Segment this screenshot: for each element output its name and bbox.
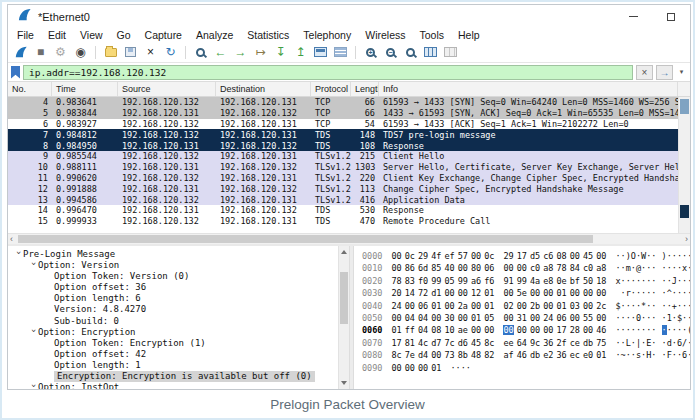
hex-row[interactable]: 007017814cd77cd6458cee649c362fcedb75··L·…: [362, 337, 690, 349]
detail-line[interactable]: ›Option: Encryption: [8, 327, 337, 338]
hex-row[interactable]: 001000866d85400080060000c0a87884c0a8··m·…: [362, 262, 690, 274]
hex-row[interactable]: 00207883f0990599a6f691994ae80ebf5018x···…: [362, 275, 690, 287]
packet-row-9[interactable]: 90.985544192.168.120.132192.168.120.131T…: [8, 151, 678, 162]
scrollbar-thumb[interactable]: [680, 99, 689, 114]
find-packet-icon[interactable]: [192, 44, 209, 60]
zoom-out-icon[interactable]: −: [382, 44, 399, 60]
filter-apply-button[interactable]: →: [656, 65, 673, 80]
menu-file[interactable]: File: [10, 29, 41, 41]
detail-line[interactable]: Version: 4.8.4270: [8, 304, 337, 315]
hex-row[interactable]: 006001ff040810ae00000000000017280046····…: [362, 324, 690, 336]
expander-icon[interactable]: ›: [28, 383, 39, 389]
restart-capture-icon[interactable]: ◉: [72, 44, 89, 60]
packet-list-horizontal-scrollbar[interactable]: ‹ ›: [8, 233, 690, 244]
column-header-time[interactable]: Time: [52, 82, 118, 96]
packet-row-13[interactable]: 130.994586192.168.120.132192.168.120.131…: [8, 194, 678, 205]
column-header-info[interactable]: Info: [379, 82, 678, 96]
packet-row-12[interactable]: 120.991888192.168.120.131192.168.120.132…: [8, 183, 678, 194]
open-file-icon[interactable]: [102, 44, 119, 60]
detail-line[interactable]: ›Option: InstOpt: [8, 382, 337, 389]
zoom-original-icon[interactable]: [402, 44, 419, 60]
capture-options-icon[interactable]: ⚙: [52, 44, 69, 60]
detail-line[interactable]: Encryption: Encryption is available but …: [8, 371, 337, 382]
reload-icon[interactable]: ↻: [162, 44, 179, 60]
detail-line[interactable]: Option offset: 36: [8, 282, 337, 293]
menu-analyze[interactable]: Analyze: [189, 29, 240, 41]
detail-line[interactable]: ›Option: Version: [8, 260, 337, 271]
filter-dropdown-icon[interactable]: ▾: [676, 68, 687, 76]
display-filter-input[interactable]: ip.addr==192.168.120.132: [23, 65, 633, 80]
menu-statistics[interactable]: Statistics: [240, 29, 296, 41]
menu-view[interactable]: View: [73, 29, 110, 41]
scrollbar-thumb[interactable]: [340, 272, 348, 324]
packet-list-vertical-scrollbar[interactable]: [678, 97, 690, 233]
resize-columns-icon[interactable]: [422, 44, 439, 60]
menu-go[interactable]: Go: [110, 29, 138, 41]
minimize-button[interactable]: [614, 5, 652, 28]
menu-tools[interactable]: Tools: [412, 29, 451, 41]
detail-line[interactable]: Option Token: Version (0): [8, 271, 337, 282]
hex-row[interactable]: 00808c7ed400738b4882af46dbe236ece001·~··…: [362, 349, 690, 361]
zoom-in-icon[interactable]: +: [362, 44, 379, 60]
details-vertical-scrollbar[interactable]: [338, 246, 349, 389]
expander-icon[interactable]: ›: [13, 250, 24, 259]
column-header-source[interactable]: Source: [118, 82, 216, 96]
detail-line[interactable]: Option offset: 42: [8, 349, 337, 360]
packet-row-6[interactable]: 60.983927192.168.120.132192.168.120.131T…: [8, 119, 678, 130]
packet-row-14[interactable]: 140.996470192.168.120.131192.168.120.132…: [8, 205, 678, 216]
hex-byte: 00: [471, 251, 481, 261]
go-to-packet-icon[interactable]: ↦: [252, 44, 269, 60]
go-forward-icon[interactable]: →: [232, 44, 249, 60]
detail-line[interactable]: ›Pre-Login Message: [8, 249, 337, 260]
scroll-up-arrow-icon[interactable]: [341, 250, 347, 254]
start-capture-icon[interactable]: [12, 44, 29, 60]
go-back-icon[interactable]: ←: [212, 44, 229, 60]
column-header-destination[interactable]: Destination: [216, 82, 311, 96]
detail-line[interactable]: Option length: 1: [8, 360, 337, 371]
scrollbar-thumb[interactable]: [18, 235, 593, 243]
scroll-right-arrow-icon[interactable]: ›: [685, 234, 688, 244]
packet-row-4[interactable]: 40.983641192.168.120.132192.168.120.131T…: [8, 97, 678, 108]
expander-icon[interactable]: ›: [28, 328, 39, 337]
scroll-down-arrow-icon[interactable]: [341, 381, 347, 385]
packet-row-8[interactable]: 80.984950192.168.120.131192.168.120.132T…: [8, 140, 678, 151]
cell-destination: 192.168.120.131: [216, 151, 311, 161]
menu-telephony[interactable]: Telephony: [296, 29, 358, 41]
menu-help[interactable]: Help: [451, 29, 487, 41]
scroll-left-arrow-icon[interactable]: ‹: [10, 234, 13, 244]
packet-row-5[interactable]: 50.983844192.168.120.131192.168.120.132T…: [8, 108, 678, 119]
column-header-length[interactable]: Length: [351, 82, 379, 96]
packet-row-7[interactable]: 70.984812192.168.120.132192.168.120.131T…: [8, 129, 678, 140]
detail-line[interactable]: Option length: 6: [8, 293, 337, 304]
packet-row-10[interactable]: 100.988111192.168.120.131192.168.120.132…: [8, 162, 678, 173]
reset-layout-icon[interactable]: [442, 44, 459, 60]
menu-wireless[interactable]: Wireless: [358, 29, 412, 41]
detail-line[interactable]: Sub-build: 0: [8, 316, 337, 327]
maximize-button[interactable]: [652, 5, 690, 28]
hex-byte: 40: [444, 263, 454, 273]
hex-row[interactable]: 004024000601002a000102002b000103002c$···…: [362, 300, 690, 312]
save-file-icon[interactable]: [122, 44, 139, 60]
hex-row[interactable]: 005000040400300001050031002406005500····…: [362, 312, 690, 324]
packet-row-15[interactable]: 150.999933192.168.120.132192.168.120.131…: [8, 216, 678, 227]
column-header-no[interactable]: No.: [8, 82, 52, 96]
column-header-protocol[interactable]: Protocol: [311, 82, 351, 96]
hex-row[interactable]: 009000000001····: [362, 362, 690, 374]
stop-capture-icon[interactable]: ■: [32, 44, 49, 60]
colorize-icon[interactable]: [332, 44, 349, 60]
packet-row-11[interactable]: 110.990620192.168.120.132192.168.120.131…: [8, 173, 678, 184]
hex-row[interactable]: 0030201472d100001201005e000001000000 ·r·…: [362, 287, 690, 299]
close-file-icon[interactable]: ×: [142, 44, 159, 60]
menu-capture[interactable]: Capture: [138, 29, 189, 41]
filter-clear-button[interactable]: ×: [636, 65, 653, 80]
hex-byte: 00: [391, 313, 401, 323]
go-to-first-icon[interactable]: ↥: [292, 44, 309, 60]
detail-line[interactable]: Option Token: Encryption (1): [8, 338, 337, 349]
menu-edit[interactable]: Edit: [41, 29, 73, 41]
go-to-last-icon[interactable]: ↧: [272, 44, 289, 60]
auto-scroll-icon[interactable]: [312, 44, 329, 60]
hex-byte: 04: [418, 313, 428, 323]
expander-icon[interactable]: ›: [28, 261, 39, 270]
hex-row[interactable]: 0000000c294fef57000c2917d5c608004500··)O…: [362, 250, 690, 262]
filter-bookmark-icon[interactable]: [11, 66, 20, 79]
